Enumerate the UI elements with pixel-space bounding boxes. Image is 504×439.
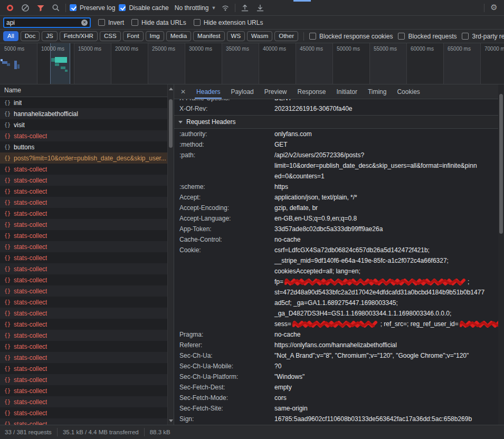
- request-row[interactable]: {}stats-collect: [0, 241, 174, 252]
- hide-data-urls-checkbox[interactable]: [131, 19, 138, 26]
- scroll-down-arrow[interactable]: [168, 417, 174, 424]
- tab-preview[interactable]: Preview: [259, 84, 292, 99]
- export-har-button[interactable]: [254, 3, 266, 13]
- timeline-gridline: [406, 43, 407, 84]
- request-row[interactable]: {}stats-collect: [0, 319, 174, 330]
- request-row[interactable]: {}stats-collect: [0, 363, 174, 374]
- blocked-requests-checkbox[interactable]: [398, 33, 405, 40]
- request-row[interactable]: {}stats-collect: [0, 274, 174, 285]
- tab-timing[interactable]: Timing: [363, 84, 392, 99]
- header-value-text: gzip, deflate, br: [274, 203, 318, 213]
- toolbar-divider: [235, 4, 235, 12]
- toolbar-divider: [484, 4, 484, 12]
- request-row[interactable]: {}init: [0, 97, 174, 108]
- record-button[interactable]: [4, 3, 16, 13]
- preserve-log-toggle[interactable]: Preserve log: [70, 4, 115, 12]
- request-headers-section-header[interactable]: Request Headers: [174, 115, 498, 129]
- request-row[interactable]: {}stats-collect: [0, 297, 174, 308]
- search-button[interactable]: [50, 3, 62, 13]
- type-filter-css[interactable]: CSS: [100, 31, 121, 41]
- request-row[interactable]: {}stats-collect: [0, 197, 174, 208]
- type-filter-media[interactable]: Media: [166, 31, 191, 41]
- disable-cache-checkbox[interactable]: [119, 4, 126, 11]
- tab-payload[interactable]: Payload: [225, 84, 259, 99]
- import-har-button[interactable]: [239, 3, 251, 13]
- throttling-dropdown[interactable]: No throttling ▼: [175, 4, 216, 12]
- disable-cache-toggle[interactable]: Disable cache: [119, 4, 168, 12]
- timeline-tick-label: 50000 ms: [337, 46, 360, 52]
- request-row[interactable]: {}stats-collect: [0, 219, 174, 230]
- preserve-log-checkbox[interactable]: [70, 4, 77, 11]
- request-row[interactable]: {}stats-collect: [0, 208, 174, 219]
- network-conditions-button[interactable]: [220, 3, 231, 13]
- request-row[interactable]: {}stats-collect: [0, 385, 174, 396]
- request-row[interactable]: {}stats-collect: [0, 230, 174, 241]
- request-name: stats-collect: [14, 376, 47, 384]
- type-filter-doc[interactable]: Doc: [21, 31, 40, 41]
- request-row[interactable]: {}stats-collect: [0, 407, 174, 418]
- tab-headers[interactable]: Headers: [191, 84, 225, 99]
- close-details-icon[interactable]: ✕: [175, 84, 191, 99]
- type-filter-js[interactable]: JS: [42, 31, 57, 41]
- type-filter-ws[interactable]: WS: [227, 31, 245, 41]
- settings-button[interactable]: ⚙: [488, 3, 500, 13]
- request-row[interactable]: {}stats-collect: [0, 308, 174, 319]
- request-row[interactable]: {}stats-collect: [0, 352, 174, 363]
- request-row[interactable]: {}stats-collect: [0, 175, 174, 186]
- request-row[interactable]: {}stats-collect: [0, 374, 174, 385]
- request-row[interactable]: {}buttons: [0, 141, 174, 152]
- hide-extension-urls-checkbox[interactable]: [194, 19, 201, 26]
- name-column-label: Name: [4, 87, 21, 94]
- type-filter-img[interactable]: Img: [146, 31, 164, 41]
- request-list-scrollbar[interactable]: [167, 84, 174, 425]
- name-column-header[interactable]: Name: [0, 84, 174, 97]
- type-filter-other[interactable]: Other: [274, 31, 298, 41]
- request-row[interactable]: {}stats-collect: [0, 252, 174, 263]
- request-row[interactable]: {}stats-collect: [0, 418, 174, 425]
- header-value-text: 16785:5aad9602cf110608b03133de563642fac1…: [274, 414, 472, 424]
- filter-toggle-button[interactable]: [35, 3, 46, 13]
- blocked-response-cookies-toggle[interactable]: Blocked response cookies: [309, 33, 393, 40]
- request-row[interactable]: {}stats-collect: [0, 396, 174, 407]
- invert-filter-toggle[interactable]: Invert: [98, 19, 124, 26]
- tab-response[interactable]: Response: [292, 84, 331, 99]
- tab-cookies[interactable]: Cookies: [392, 84, 425, 99]
- request-row[interactable]: {}stats-collect: [0, 330, 174, 341]
- request-row[interactable]: {}stats-collect: [0, 186, 174, 197]
- blocked-response-cookies-checkbox[interactable]: [309, 33, 316, 40]
- clear-filter-icon[interactable]: ✕: [81, 20, 88, 26]
- request-row[interactable]: {}stats-collect: [0, 285, 174, 297]
- type-filter-manifest[interactable]: Manifest: [193, 31, 224, 41]
- timeline-overview[interactable]: 5000 ms10000 ms15000 ms20000 ms25000 ms3…: [0, 43, 504, 84]
- blocked-requests-toggle[interactable]: Blocked requests: [398, 33, 457, 40]
- fetch-xhr-icon: {}: [4, 177, 11, 183]
- request-row[interactable]: {}stats-collect: [0, 263, 174, 274]
- third-party-requests-toggle[interactable]: 3rd-party requests: [462, 33, 504, 40]
- hide-data-urls-toggle[interactable]: Hide data URLs: [131, 19, 186, 26]
- request-row[interactable]: {}visit: [0, 119, 174, 130]
- details-scrollbar[interactable]: [498, 84, 504, 425]
- tab-initiator[interactable]: Initiator: [331, 84, 363, 99]
- type-filter-all[interactable]: All: [3, 31, 18, 41]
- request-list-scrollbar-thumb[interactable]: [169, 99, 173, 148]
- redaction-scribble: [460, 321, 504, 328]
- type-filter-wasm[interactable]: Wasm: [247, 31, 272, 41]
- request-row[interactable]: {}stats-collect: [0, 164, 174, 175]
- details-scrollbar-thumb[interactable]: [499, 94, 503, 234]
- filter-input[interactable]: [6, 19, 75, 26]
- header-row: Sec-Ch-Ua:"Not_A Brand";v="8", "Chromium…: [174, 350, 498, 361]
- request-row[interactable]: {}posts?limit=10&order=publish_date_desc…: [0, 152, 174, 164]
- request-row[interactable]: {}stats-collect: [0, 341, 174, 352]
- devtools-network-panel: Preserve log Disable cache No throttling…: [0, 0, 504, 439]
- request-name: visit: [14, 121, 25, 129]
- request-row[interactable]: {}hannahelizabethofficial: [0, 108, 174, 119]
- scroll-up-arrow[interactable]: [168, 85, 174, 92]
- invert-checkbox[interactable]: [98, 19, 105, 26]
- type-filter-fetch-xhr[interactable]: Fetch/XHR: [60, 31, 98, 41]
- timeline-gridline: [332, 43, 333, 84]
- request-row[interactable]: {}stats-collect: [0, 130, 174, 141]
- hide-extension-urls-toggle[interactable]: Hide extension URLs: [194, 19, 263, 26]
- type-filter-font[interactable]: Font: [123, 31, 144, 41]
- clear-button[interactable]: [20, 3, 31, 13]
- third-party-requests-checkbox[interactable]: [462, 33, 469, 40]
